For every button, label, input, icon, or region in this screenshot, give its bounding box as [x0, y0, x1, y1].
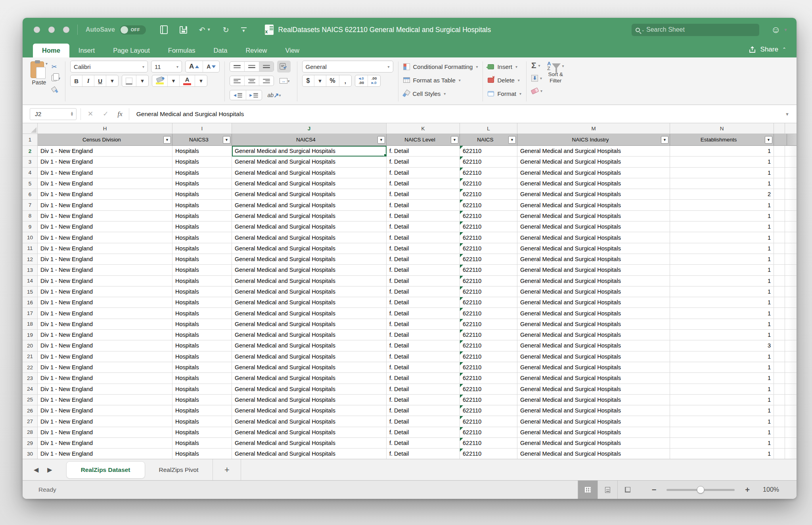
cell[interactable]: 1 — [670, 449, 774, 459]
cell[interactable]: f. Detail — [387, 340, 460, 351]
column-header-I[interactable]: I — [172, 123, 232, 134]
cell[interactable]: 622110 — [460, 276, 517, 286]
cell[interactable]: General Medical and Surgical Hospitals — [517, 232, 670, 243]
font-name-select[interactable]: Calibri▾ — [70, 61, 148, 73]
row-number-29[interactable]: 29 — [23, 438, 38, 449]
cut-button[interactable]: ✂ — [52, 62, 60, 71]
cell-partial[interactable] — [774, 276, 785, 286]
cell-partial[interactable] — [774, 351, 785, 362]
cell[interactable]: Hospitals — [172, 221, 232, 232]
font-color-dropdown-icon[interactable]: ▾ — [195, 75, 207, 86]
cell[interactable]: 1 — [670, 243, 774, 254]
decrease-font-button[interactable]: A — [203, 61, 219, 72]
bold-button[interactable]: B — [71, 75, 82, 86]
header-cell-naics[interactable]: NAICS▼ — [460, 134, 517, 146]
cell[interactable]: f. Detail — [387, 373, 460, 384]
formula-input[interactable]: General Medical and Surgical Hospitals — [133, 111, 781, 118]
cell[interactable]: f. Detail — [387, 211, 460, 221]
cell[interactable]: General Medical and Surgical Hospitals — [517, 157, 670, 167]
maximize-button[interactable] — [63, 27, 69, 33]
cell[interactable]: Hospitals — [172, 189, 232, 200]
row-number-11[interactable]: 11 — [23, 243, 38, 254]
cell[interactable]: General Medical and Surgical Hospitals — [232, 168, 387, 178]
delete-cells-button[interactable]: Delete▾ — [488, 74, 521, 86]
cell-partial[interactable] — [774, 373, 785, 384]
cell[interactable]: General Medical and Surgical Hospitals — [232, 243, 387, 254]
cell[interactable]: Hospitals — [172, 276, 232, 286]
column-header-H[interactable]: H — [38, 123, 172, 134]
feedback-dropdown-icon[interactable]: ▼ — [783, 27, 788, 32]
cell-partial[interactable] — [774, 200, 785, 210]
cell-partial[interactable] — [774, 146, 785, 157]
cell[interactable]: 622110 — [460, 146, 517, 157]
cell[interactable]: 1 — [670, 178, 774, 189]
cell[interactable]: General Medical and Surgical Hospitals — [232, 351, 387, 362]
page-break-view-button[interactable] — [618, 481, 638, 499]
cell[interactable]: 1 — [670, 330, 774, 340]
customize-toolbar-button[interactable]: ▼ — [241, 27, 247, 32]
orientation-dropdown-icon[interactable]: ▾ — [279, 93, 281, 97]
cell[interactable]: Div 1 - New England — [38, 405, 172, 416]
cell[interactable]: General Medical and Surgical Hospitals — [517, 178, 670, 189]
cell[interactable]: General Medical and Surgical Hospitals — [517, 243, 670, 254]
cell[interactable]: Hospitals — [172, 427, 232, 438]
cell[interactable]: General Medical and Surgical Hospitals — [232, 276, 387, 286]
cell-partial[interactable] — [774, 178, 785, 189]
cell[interactable]: 622110 — [460, 265, 517, 275]
increase-decimal-button[interactable]: ◂.0.00 — [355, 75, 368, 86]
autosave-toggle[interactable]: OFF — [120, 25, 146, 34]
cell[interactable]: 622110 — [460, 427, 517, 438]
cell[interactable]: Div 1 - New England — [38, 297, 172, 308]
cell[interactable]: Div 1 - New England — [38, 276, 172, 286]
select-all-corner[interactable] — [23, 123, 38, 134]
cell[interactable]: 622110 — [460, 211, 517, 221]
cell-partial[interactable] — [774, 254, 785, 265]
cell[interactable]: Div 1 - New England — [38, 373, 172, 384]
column-header-M[interactable]: M — [517, 123, 670, 134]
cell[interactable]: 1 — [670, 168, 774, 178]
orientation-button[interactable]: ab↗▾ — [265, 89, 283, 101]
cell[interactable]: 1 — [670, 373, 774, 384]
cell[interactable]: 1 — [670, 416, 774, 427]
row-number-14[interactable]: 14 — [23, 276, 38, 286]
cell[interactable]: 622110 — [460, 384, 517, 395]
fill-handle[interactable] — [384, 154, 387, 157]
format-painter-button[interactable] — [52, 85, 60, 94]
redo-button[interactable]: ↻ — [223, 26, 229, 34]
cell[interactable]: Hospitals — [172, 308, 232, 319]
row-number-20[interactable]: 20 — [23, 340, 38, 351]
row-number-7[interactable]: 7 — [23, 200, 38, 210]
cell[interactable]: General Medical and Surgical Hospitals — [517, 351, 670, 362]
cell[interactable]: General Medical and Surgical Hospitals — [232, 449, 387, 459]
cell[interactable]: General Medical and Surgical Hospitals — [517, 276, 670, 286]
header-cell-naics4[interactable]: NAICS4▼ — [232, 134, 387, 146]
borders-button[interactable] — [122, 75, 136, 86]
tab-insert[interactable]: Insert — [69, 44, 104, 57]
cell[interactable]: 1 — [670, 221, 774, 232]
filter-button[interactable]: ▼ — [508, 136, 516, 143]
cell-partial[interactable] — [774, 340, 785, 351]
cell[interactable]: General Medical and Surgical Hospitals — [517, 373, 670, 384]
cell[interactable]: Hospitals — [172, 157, 232, 167]
paste-dropdown-icon[interactable]: ▾ — [46, 61, 48, 66]
cell[interactable]: General Medical and Surgical Hospitals — [232, 265, 387, 275]
cell[interactable]: 1 — [670, 265, 774, 275]
fill-color-dropdown-icon[interactable]: ▾ — [168, 75, 180, 86]
cell[interactable]: f. Detail — [387, 395, 460, 405]
cell[interactable]: General Medical and Surgical Hospitals — [232, 384, 387, 395]
row-number-4[interactable]: 4 — [23, 168, 38, 178]
cell-partial[interactable] — [774, 308, 785, 319]
cell[interactable]: f. Detail — [387, 146, 460, 157]
cell[interactable]: 622110 — [460, 243, 517, 254]
undo-dropdown-icon[interactable]: ▼ — [207, 28, 211, 32]
filter-button[interactable]: ▼ — [765, 136, 772, 143]
cell[interactable]: General Medical and Surgical Hospitals — [232, 362, 387, 373]
cell[interactable]: General Medical and Surgical Hospitals — [232, 340, 387, 351]
row-number-24[interactable]: 24 — [23, 384, 38, 395]
cell[interactable]: General Medical and Surgical Hospitals — [517, 286, 670, 297]
cell-partial[interactable] — [774, 265, 785, 275]
cell[interactable]: Div 1 - New England — [38, 189, 172, 200]
cell[interactable]: General Medical and Surgical Hospitals — [232, 297, 387, 308]
cell[interactable]: f. Detail — [387, 308, 460, 319]
cell[interactable]: General Medical and Surgical Hospitals — [232, 157, 387, 167]
